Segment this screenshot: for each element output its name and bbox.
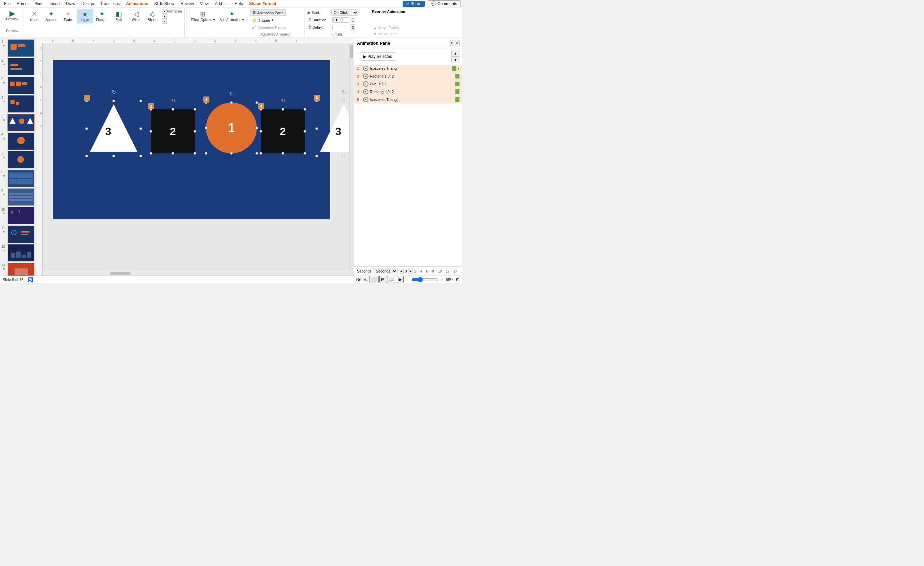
handle-mr[interactable] xyxy=(140,127,142,130)
shape-square-right[interactable]: ↻ 4 2 xyxy=(261,110,305,153)
anim-expand-1[interactable]: ▾ xyxy=(458,67,459,71)
zoom-plus[interactable]: + xyxy=(441,278,443,282)
anim-flyin-button[interactable]: ★ Fly In xyxy=(77,9,93,23)
normal-view-button[interactable]: ⬜ xyxy=(369,276,379,283)
anim-scroll-down[interactable]: ▼ xyxy=(162,14,167,19)
notes-button[interactable]: Notes xyxy=(356,277,367,282)
menu-design[interactable]: Design xyxy=(79,1,97,7)
scrollbar-thumb-v[interactable] xyxy=(350,45,353,58)
menu-review[interactable]: Review xyxy=(178,1,196,7)
anim-none-button[interactable]: ✕ None xyxy=(26,9,42,23)
slide-thumb-5[interactable]: 5 ★ xyxy=(2,114,36,131)
animation-painter-button[interactable]: 🖌 Animation Painter xyxy=(250,24,288,30)
add-animation-button[interactable]: ✦ Add Animation ▾ xyxy=(218,9,246,23)
anim-scroll-all[interactable]: ≡ xyxy=(162,19,167,24)
slide-canvas[interactable]: ↻ 1 3 xyxy=(53,60,330,219)
rotate-handle-2[interactable]: ↻ xyxy=(171,98,175,104)
square-shape-left[interactable]: 2 xyxy=(151,110,195,153)
animation-pane-button[interactable]: ☰ Animation Pane xyxy=(250,9,286,16)
handle-tc[interactable] xyxy=(112,99,115,102)
handle-bc[interactable] xyxy=(112,155,115,158)
anim-fade-button[interactable]: ✧ Fade xyxy=(60,9,76,23)
slide-thumb-1[interactable]: 1 ★ xyxy=(2,39,36,57)
menu-animations[interactable]: Animations xyxy=(123,1,150,7)
share-button[interactable]: ↗ Share xyxy=(403,1,425,7)
menu-slideshow[interactable]: Slide Show xyxy=(152,1,177,7)
shape-triangle-left[interactable]: ↻ 1 3 xyxy=(87,101,141,156)
square-shape-right[interactable]: 2 xyxy=(261,110,305,153)
anim-shape-button[interactable]: ◇ Shape xyxy=(144,9,161,23)
slide-thumb-12[interactable]: 12 ★ xyxy=(2,244,36,262)
trigger-button[interactable]: ⚡ Trigger ▾ xyxy=(250,17,275,23)
canvas-scrollbar-horizontal[interactable] xyxy=(43,271,349,276)
fit-slide-button[interactable]: ⊡ xyxy=(456,277,459,282)
slideshow-button[interactable]: ▶ xyxy=(397,276,404,283)
anim-pane-close[interactable]: ✕ xyxy=(455,40,459,46)
handle-ml[interactable] xyxy=(85,127,88,130)
rotate-handle-4[interactable]: ↻ xyxy=(281,98,285,104)
anim-item-3[interactable]: 3 ✦ Oval 10: 1 xyxy=(354,80,462,88)
scrollbar-thumb-h[interactable] xyxy=(110,272,130,275)
handle-br[interactable] xyxy=(140,155,142,158)
move-earlier-button[interactable]: ▲ Move Earlier xyxy=(372,26,414,30)
slide-thumb-13[interactable]: 13 ★ xyxy=(2,263,36,276)
menu-transitions[interactable]: Transitions xyxy=(98,1,123,7)
anim-item-5[interactable]: 5 ✦ Isosceles Triangl... xyxy=(354,96,462,104)
menu-insert[interactable]: Insert xyxy=(47,1,63,7)
slide-thumb-8[interactable]: 8 ★ xyxy=(2,170,36,187)
menu-addins[interactable]: Add-ins xyxy=(212,1,231,7)
duration-spin-up[interactable]: ▲ xyxy=(351,17,355,20)
zoom-slider[interactable] xyxy=(411,277,438,282)
circle-shape[interactable]: 1 xyxy=(206,102,257,153)
shape-triangle-right[interactable]: ↻ 5 3 xyxy=(316,101,354,156)
rotate-handle-5[interactable]: ↻ xyxy=(342,89,346,96)
timeline-nav-next[interactable]: ► xyxy=(408,269,413,273)
start-select[interactable]: On Click xyxy=(331,9,358,16)
delay-input[interactable] xyxy=(332,25,349,30)
play-selected-button[interactable]: ▶ Play Selected xyxy=(360,53,396,61)
comments-button[interactable]: 💬 Comments xyxy=(428,0,461,7)
anim-move-up-button[interactable]: ▲ xyxy=(452,50,459,57)
slide-sorter-button[interactable]: ⊞ xyxy=(379,276,386,283)
anim-item-2[interactable]: 2 ✦ Rectangle 8: 2 xyxy=(354,72,462,80)
rotate-handle-3[interactable]: ↻ xyxy=(230,91,234,97)
anim-scroll-up[interactable]: ▲ xyxy=(162,9,167,14)
canvas-scrollbar-vertical[interactable] xyxy=(349,44,354,269)
reading-view-button[interactable]: 📖 xyxy=(387,276,396,283)
handle-bl[interactable] xyxy=(85,155,88,158)
anim-appear-button[interactable]: ✦ Appear xyxy=(43,9,59,23)
menu-view[interactable]: View xyxy=(197,1,212,7)
shape-circle[interactable]: ↻ 3 1 xyxy=(206,102,257,153)
duration-input[interactable] xyxy=(332,17,349,23)
slide-thumb-11[interactable]: 11 ★ xyxy=(2,225,36,243)
timeline-nav-prev[interactable]: ◄ xyxy=(399,269,404,273)
shape-square-left[interactable]: ↻ 2 2 xyxy=(151,110,195,153)
accessibility-icon[interactable]: ♿ xyxy=(27,277,33,282)
slide-thumb-9[interactable]: 9 ★ xyxy=(2,188,36,206)
anim-split-button[interactable]: ◧ Split xyxy=(111,9,127,23)
delay-spin-up[interactable]: ▲ xyxy=(351,24,355,27)
slide-thumb-7[interactable]: 7 ★ xyxy=(2,151,36,168)
rotate-handle-1[interactable]: ↻ xyxy=(112,89,116,96)
delay-spin-down[interactable]: ▼ xyxy=(351,27,355,30)
anim-item-4[interactable]: 4 ✦ Rectangle 9: 2 xyxy=(354,88,462,96)
menu-draw[interactable]: Draw xyxy=(63,1,78,7)
preview-button[interactable]: ▶ Preview xyxy=(4,9,20,29)
menu-islide[interactable]: iSlide xyxy=(31,1,46,7)
menu-help[interactable]: Help xyxy=(232,1,246,7)
slide-thumb-6[interactable]: 6 ★ xyxy=(2,132,36,150)
zoom-minus[interactable]: − xyxy=(406,278,408,282)
anim-move-down-button[interactable]: ▼ xyxy=(452,57,459,63)
anim-wipe-button[interactable]: ◁ Wipe xyxy=(128,9,144,23)
handle-tr[interactable] xyxy=(140,99,142,102)
move-later-button[interactable]: ▼ Move Later xyxy=(372,32,414,36)
effect-options-button[interactable]: ⊞ Effect Options ▾ xyxy=(189,9,216,23)
menu-home[interactable]: Home xyxy=(14,1,30,7)
slide-thumb-10[interactable]: 10 ★ S T xyxy=(2,207,36,224)
timeline-selector[interactable]: Seconds xyxy=(373,268,398,274)
anim-pane-dropdown[interactable]: ▾ xyxy=(450,40,453,46)
duration-spin-down[interactable]: ▼ xyxy=(351,20,355,23)
menu-file[interactable]: File xyxy=(2,1,13,7)
slide-thumb-3[interactable]: 3 ★ xyxy=(2,77,36,94)
anim-item-1[interactable]: 1 ✦ Isosceles Triangl... ▾ xyxy=(354,65,462,72)
